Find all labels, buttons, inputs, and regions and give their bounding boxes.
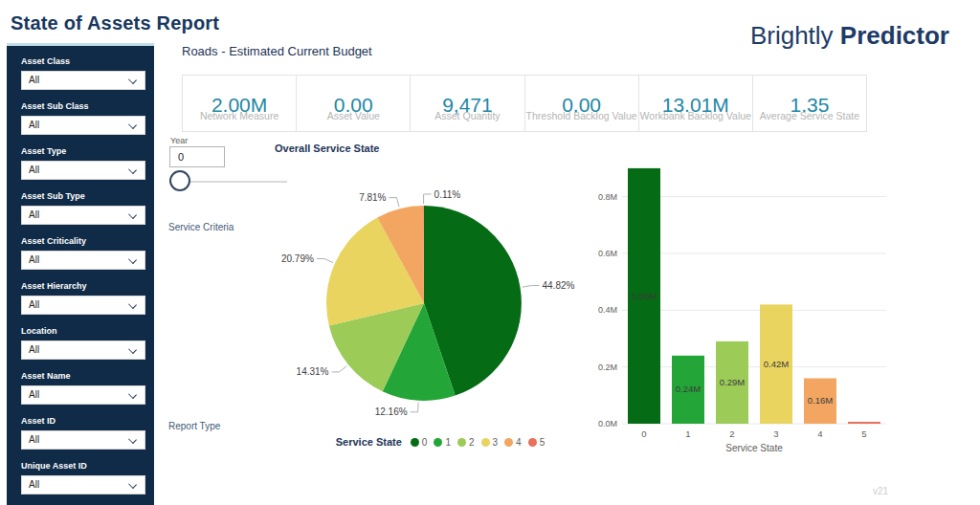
legend-dot	[457, 438, 466, 447]
kpi-card-asset-value: 0.00Asset Value	[296, 75, 411, 132]
kpi-label: Asset Value	[327, 110, 380, 121]
pie-data-label: 14.31%	[297, 366, 329, 377]
year-slicer-label: Year	[170, 136, 188, 145]
filter-dropdown-location[interactable]: All	[21, 340, 145, 360]
kpi-label: Threshold Backlog Value	[526, 110, 637, 121]
filter-label: Asset Sub Type	[21, 191, 145, 201]
report-subtitle: Roads - Estimated Current Budget	[182, 44, 372, 58]
bar-service-state-5[interactable]	[848, 422, 880, 424]
pie-data-label: 12.16%	[375, 406, 408, 417]
filter-label: Asset Name	[21, 371, 145, 381]
bar-data-label: 0.42M	[764, 359, 789, 369]
filter-asset-hierarchy: Asset HierarchyAll	[7, 281, 154, 326]
filter-dropdown-unique-asset-id[interactable]: All	[21, 475, 145, 494]
pie-data-label: 7.81%	[359, 192, 386, 203]
kpi-row: 2.00MNetwork Measure0.00Asset Value9,471…	[182, 75, 867, 132]
filter-location: LocationAll	[7, 326, 154, 371]
x-axis-tick-label: 5	[861, 428, 866, 439]
pie-data-label: 20.79%	[281, 253, 314, 264]
y-axis-tick-label: 0.0M	[598, 419, 617, 428]
chevron-down-icon	[128, 76, 137, 84]
kpi-card-threshold-backlog-value: 0.00Threshold Backlog Value	[524, 75, 639, 132]
filter-label: Asset Class	[21, 56, 145, 66]
pie-label-leader	[390, 198, 400, 208]
filter-asset-criticality: Asset CriticalityAll	[7, 236, 154, 281]
x-axis-tick-label: 1	[685, 428, 690, 439]
x-axis-tick-label: 3	[773, 428, 778, 439]
kpi-label: Average Service State	[760, 110, 859, 121]
service-criteria-label: Service Criteria	[168, 222, 234, 232]
filter-dropdown-asset-name[interactable]: All	[21, 385, 145, 405]
legend-item-1[interactable]: 1	[434, 437, 451, 448]
legend-item-label: 0	[422, 437, 428, 448]
pie-data-label: 0.11%	[434, 189, 461, 200]
chevron-down-icon	[128, 121, 137, 129]
logo-predictor: Predictor	[840, 21, 949, 50]
legend-item-0[interactable]: 0	[411, 437, 428, 448]
filter-dropdown-asset-id[interactable]: All	[21, 430, 145, 450]
legend-dot	[481, 438, 490, 447]
filter-sidebar: Asset ClassAllAsset Sub ClassAllAsset Ty…	[7, 43, 154, 505]
filter-dropdown-asset-sub-type[interactable]: All	[21, 206, 145, 225]
service-state-bar-chart: 0.0M0.2M0.4M0.6M0.8M0.90M00.24M10.29M20.…	[582, 151, 898, 467]
report-type-label: Report Type	[168, 421, 220, 431]
filter-asset-id: Asset IDAll	[7, 416, 154, 461]
page-title: State of Assets Report	[11, 12, 219, 34]
x-axis-tick-label: 0	[641, 428, 646, 439]
x-axis-tick-label: 2	[729, 428, 734, 439]
pie-label-leader	[317, 259, 333, 263]
legend-item-label: 2	[469, 437, 475, 448]
service-state-pie-chart: 44.82%12.16%14.31%20.79%7.81%0.11%	[266, 178, 588, 428]
legend-item-2[interactable]: 2	[457, 437, 475, 448]
bar-data-label: 0.90M	[632, 291, 657, 301]
filter-unique-asset-id: Unique Asset IDAll	[7, 461, 154, 505]
chevron-down-icon	[128, 255, 137, 264]
filter-dropdown-asset-class[interactable]: All	[21, 71, 145, 90]
chevron-down-icon	[128, 210, 137, 219]
bar-data-label: 0.24M	[676, 384, 701, 394]
legend-item-3[interactable]: 3	[481, 437, 499, 448]
legend-dot	[504, 438, 513, 447]
kpi-card-network-measure: 2.00MNetwork Measure	[182, 75, 297, 132]
filter-dropdown-asset-type[interactable]: All	[21, 161, 145, 180]
pie-data-label: 44.82%	[543, 280, 575, 291]
legend-item-label: 1	[445, 437, 451, 448]
logo-brightly: Brightly	[750, 21, 834, 50]
filter-label: Asset Sub Class	[21, 101, 145, 111]
kpi-label: Asset Quantity	[434, 110, 500, 121]
year-input[interactable]	[169, 146, 225, 167]
filter-asset-sub-type: Asset Sub TypeAll	[7, 191, 154, 236]
y-axis-tick-label: 0.2M	[598, 362, 617, 372]
y-axis-tick-label: 0.6M	[598, 249, 617, 258]
chevron-down-icon	[128, 165, 137, 174]
legend-item-4[interactable]: 4	[504, 437, 522, 448]
x-axis-tick-label: 4	[817, 428, 822, 439]
x-axis-title: Service State	[725, 443, 783, 453]
filter-label: Location	[21, 326, 145, 336]
legend-item-5[interactable]: 5	[528, 437, 546, 448]
y-axis-tick-label: 0.4M	[598, 305, 617, 315]
kpi-label: Network Measure	[200, 110, 278, 121]
filter-dropdown-asset-hierarchy[interactable]: All	[21, 296, 145, 315]
legend-item-label: 5	[540, 437, 546, 448]
legend-title: Service State	[336, 436, 402, 448]
filter-list: Asset ClassAllAsset Sub ClassAllAsset Ty…	[7, 56, 154, 505]
service-state-legend: Service State 012345	[287, 436, 593, 448]
year-slider-handle[interactable]	[169, 170, 190, 191]
legend-item-label: 3	[493, 437, 499, 448]
filter-dropdown-asset-sub-class[interactable]: All	[21, 116, 145, 135]
legend-dot	[411, 438, 419, 447]
pie-label-leader	[332, 366, 347, 372]
filter-dropdown-asset-criticality[interactable]: All	[21, 251, 145, 270]
pie-label-leader	[523, 286, 540, 288]
filter-asset-class: Asset ClassAll	[7, 56, 154, 101]
legend-dot	[434, 438, 442, 447]
filter-label: Asset Hierarchy	[21, 281, 145, 291]
chevron-down-icon	[128, 300, 137, 309]
kpi-card-average-service-state: 1.35Average Service State	[752, 75, 867, 132]
kpi-card-asset-quantity: 9,471Asset Quantity	[410, 75, 524, 132]
pie-chart-title: Overall Service State	[275, 143, 379, 154]
pie-label-leader	[424, 194, 432, 204]
kpi-card-workbank-backlog-value: 13.01MWorkbank Backlog Value	[638, 75, 753, 132]
legend-dot	[528, 438, 537, 447]
